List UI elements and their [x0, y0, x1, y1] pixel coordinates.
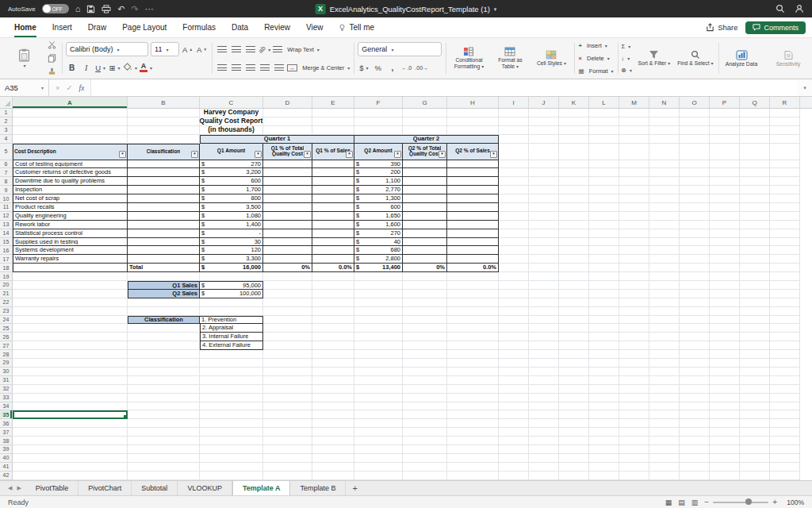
- cell-L12[interactable]: [589, 212, 619, 221]
- cell-N5[interactable]: [649, 144, 680, 160]
- cell-L17[interactable]: [589, 255, 619, 264]
- cell-M5[interactable]: [619, 144, 649, 160]
- cell-H21[interactable]: [447, 290, 499, 298]
- cell-F13[interactable]: $1,600: [354, 221, 403, 229]
- cell-Q19[interactable]: [740, 272, 770, 281]
- percent-button[interactable]: %: [372, 61, 384, 74]
- cell-O13[interactable]: [680, 221, 710, 229]
- cell-O8[interactable]: [680, 177, 710, 186]
- cell-H10[interactable]: [447, 194, 499, 203]
- cell-L1[interactable]: [589, 109, 619, 117]
- cell-G35[interactable]: [403, 410, 447, 419]
- sheet-tab-template-b[interactable]: Template B: [290, 481, 346, 495]
- cell-E41[interactable]: [312, 463, 354, 471]
- cell-G30[interactable]: [403, 368, 447, 376]
- cell-N36[interactable]: [649, 419, 680, 428]
- row-header-21[interactable]: 21: [0, 290, 13, 298]
- cell-G41[interactable]: [403, 463, 447, 471]
- cell-F41[interactable]: [354, 463, 403, 471]
- cell-B11[interactable]: [128, 203, 200, 212]
- row-header-14[interactable]: 14: [0, 229, 13, 238]
- cell-D29[interactable]: [263, 359, 312, 368]
- cell-Q41[interactable]: [740, 463, 770, 471]
- cell-R34[interactable]: [770, 402, 800, 411]
- cell-N30[interactable]: [649, 368, 680, 376]
- cell-J1[interactable]: [529, 109, 559, 117]
- cell-L24[interactable]: [589, 316, 619, 325]
- formula-bar-expand-icon[interactable]: ▾: [798, 79, 812, 96]
- cell-I17[interactable]: [499, 255, 529, 264]
- cell-F22[interactable]: [354, 298, 403, 307]
- cell-I13[interactable]: [499, 221, 529, 229]
- cell-E5[interactable]: Q1 % of Sales▼: [312, 144, 354, 160]
- cell-K6[interactable]: [559, 160, 589, 169]
- cell-H11[interactable]: [447, 203, 499, 212]
- cell-G9[interactable]: [403, 186, 447, 194]
- cell-O29[interactable]: [680, 359, 710, 368]
- format-as-table-button[interactable]: Format as Table: [491, 46, 529, 71]
- cell-C40[interactable]: [200, 454, 263, 463]
- cell-K36[interactable]: [559, 419, 589, 428]
- cell-K27[interactable]: [559, 341, 589, 350]
- cell-M22[interactable]: [619, 298, 649, 307]
- cell-R5[interactable]: [770, 144, 800, 160]
- cell-F40[interactable]: [354, 454, 403, 463]
- cell-C41[interactable]: [200, 463, 263, 471]
- cell-M24[interactable]: [619, 316, 649, 325]
- cell-R8[interactable]: [770, 177, 800, 186]
- cell-C18[interactable]: $16,000: [200, 264, 263, 272]
- cell-D31[interactable]: [263, 376, 312, 385]
- cell-J8[interactable]: [529, 177, 559, 186]
- cell-J22[interactable]: [529, 298, 559, 307]
- align-center-button[interactable]: [230, 61, 242, 74]
- title-chevron-icon[interactable]: ▾: [494, 6, 497, 12]
- cell-D10[interactable]: [263, 194, 312, 203]
- cell-I21[interactable]: [499, 290, 529, 298]
- cell-D3[interactable]: [263, 126, 312, 135]
- save-icon[interactable]: [86, 5, 95, 13]
- cell-B5[interactable]: Classification▼: [128, 144, 200, 160]
- cell-O38[interactable]: [680, 437, 710, 445]
- cell-I35[interactable]: [499, 410, 529, 419]
- cell-Q29[interactable]: [740, 359, 770, 368]
- row-header-38[interactable]: 38: [0, 437, 13, 445]
- cell-O15[interactable]: [680, 238, 710, 247]
- zoom-slider-knob[interactable]: [745, 498, 752, 505]
- cell-K21[interactable]: [559, 290, 589, 298]
- cell-H23[interactable]: [447, 307, 499, 316]
- cell-P24[interactable]: [710, 316, 740, 325]
- cell-R12[interactable]: [770, 212, 800, 221]
- cell-F30[interactable]: [354, 368, 403, 376]
- cell-L18[interactable]: [589, 264, 619, 272]
- cell-R6[interactable]: [770, 160, 800, 169]
- cell-I10[interactable]: [499, 194, 529, 203]
- cell-B27[interactable]: [128, 341, 200, 350]
- cell-O39[interactable]: [680, 445, 710, 454]
- cell-H41[interactable]: [447, 463, 499, 471]
- borders-button[interactable]: ⊞: [109, 61, 121, 74]
- cell-M19[interactable]: [619, 272, 649, 281]
- cell-D34[interactable]: [263, 402, 312, 411]
- cell-K35[interactable]: [559, 410, 589, 419]
- font-name-select[interactable]: Calibri (Body): [66, 42, 148, 56]
- cell-I30[interactable]: [499, 368, 529, 376]
- cell-L4[interactable]: [589, 135, 619, 144]
- tab-tell-me[interactable]: Tell me: [331, 17, 382, 37]
- cell-C23[interactable]: [200, 307, 263, 316]
- cell-M34[interactable]: [619, 402, 649, 411]
- cell-O19[interactable]: [680, 272, 710, 281]
- cell-C11[interactable]: $3,500: [200, 203, 263, 212]
- cell-I19[interactable]: [499, 272, 529, 281]
- cell-Q30[interactable]: [740, 368, 770, 376]
- cell-N29[interactable]: [649, 359, 680, 368]
- cell-R14[interactable]: [770, 229, 800, 238]
- cell-D40[interactable]: [263, 454, 312, 463]
- cell-P25[interactable]: [710, 324, 740, 333]
- cell-H27[interactable]: [447, 341, 499, 350]
- cell-C1[interactable]: Harvey Company: [200, 109, 263, 117]
- cell-Q2[interactable]: [740, 117, 770, 126]
- cell-D38[interactable]: [263, 437, 312, 445]
- cell-L23[interactable]: [589, 307, 619, 316]
- cell-K32[interactable]: [559, 385, 589, 394]
- column-header-Q[interactable]: Q: [740, 97, 770, 108]
